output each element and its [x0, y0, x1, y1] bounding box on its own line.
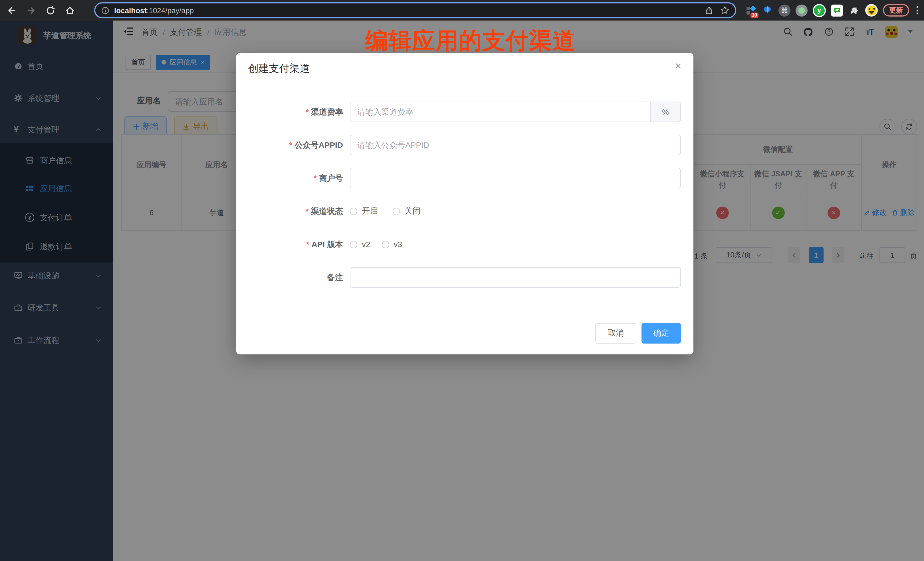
browser-extensions-area: 10 ⌘ y 更新 — [744, 0, 921, 21]
bookmark-star-icon[interactable] — [720, 6, 729, 15]
status-close-radio[interactable]: 关闭 — [393, 206, 421, 216]
radio-circle-icon — [382, 240, 389, 248]
create-payment-channel-dialog: 创建支付渠道 × *渠道费率 % *公众号APPID *商户号 *渠道状态 开启… — [236, 53, 693, 354]
api-v3-radio[interactable]: v3 — [382, 240, 402, 249]
radio-circle-icon — [393, 207, 400, 215]
radio-label: 开启 — [362, 206, 378, 216]
browser-home-icon[interactable] — [63, 3, 76, 17]
rate-input[interactable] — [350, 102, 650, 122]
browser-toolbar: localhost:1024/pay/app 10 ⌘ y 更新 — [0, 0, 924, 21]
extension-command-icon[interactable]: ⌘ — [778, 4, 790, 16]
rate-input-group: % — [350, 102, 681, 122]
extension-emoji-icon[interactable] — [865, 4, 878, 16]
api-v2-radio[interactable]: v2 — [350, 240, 370, 249]
merchant-input[interactable] — [350, 168, 681, 188]
appid-input[interactable] — [350, 135, 681, 155]
site-info-icon[interactable] — [101, 6, 110, 15]
close-dialog-icon[interactable]: × — [675, 60, 681, 71]
extension-puzzle-icon[interactable] — [848, 4, 860, 16]
remark-input[interactable] — [350, 267, 681, 288]
radio-circle-icon — [350, 207, 357, 215]
dialog-title: 创建支付渠道 — [248, 62, 310, 75]
radio-label: v2 — [362, 240, 370, 249]
extension-tiles-icon[interactable]: 10 — [744, 4, 756, 16]
screenshot-root: localhost:1024/pay/app 10 ⌘ y 更新 — [0, 0, 924, 561]
radio-label: v3 — [394, 240, 402, 249]
url-text[interactable]: localhost:1024/pay/app — [114, 6, 705, 15]
address-bar[interactable]: localhost:1024/pay/app — [94, 2, 736, 18]
merchant-field-label: *商户号 — [236, 174, 343, 184]
browser-back-icon[interactable] — [4, 3, 18, 17]
api-version-radio-group: v2 v3 — [350, 238, 402, 250]
browser-reload-icon[interactable] — [44, 3, 57, 17]
appid-field-label: *公众号APPID — [236, 140, 343, 151]
url-path: :1024/pay/app — [147, 6, 194, 15]
required-asterisk: * — [290, 140, 292, 150]
radio-circle-icon — [350, 240, 357, 248]
required-asterisk: * — [306, 240, 309, 249]
url-host: localhost — [114, 6, 147, 15]
confirm-label: 确定 — [653, 328, 669, 338]
browser-update-button[interactable]: 更新 — [883, 4, 909, 16]
api-version-field-label: *API 版本 — [236, 240, 343, 250]
status-open-radio[interactable]: 开启 — [350, 206, 378, 216]
cancel-button[interactable]: 取消 — [595, 323, 636, 344]
extension-dot-icon[interactable] — [796, 4, 808, 16]
rate-field-label: *渠道费率 — [236, 107, 343, 118]
extension-chat-icon[interactable] — [831, 4, 843, 16]
extension-y-icon[interactable]: y — [813, 4, 826, 17]
status-radio-group: 开启 关闭 — [350, 206, 421, 217]
percent-suffix: % — [650, 102, 680, 122]
browser-update-label: 更新 — [889, 5, 903, 15]
cancel-label: 取消 — [608, 328, 624, 338]
browser-menu-icon[interactable] — [914, 6, 921, 14]
browser-forward-icon[interactable] — [24, 3, 38, 17]
required-asterisk: * — [306, 107, 309, 116]
extension-balloon-icon[interactable] — [761, 4, 773, 16]
remark-field-label: 备注 — [236, 273, 343, 283]
confirm-button[interactable]: 确定 — [642, 323, 681, 344]
share-icon[interactable] — [705, 6, 713, 15]
required-asterisk: * — [306, 207, 309, 216]
extension-badge: 10 — [750, 12, 759, 18]
browser-nav-buttons — [4, 0, 76, 21]
annotation-text: 编辑应用的支付渠道 — [365, 25, 576, 57]
required-asterisk: * — [314, 174, 317, 183]
status-field-label: *渠道状态 — [236, 207, 343, 217]
radio-label: 关闭 — [405, 206, 421, 216]
